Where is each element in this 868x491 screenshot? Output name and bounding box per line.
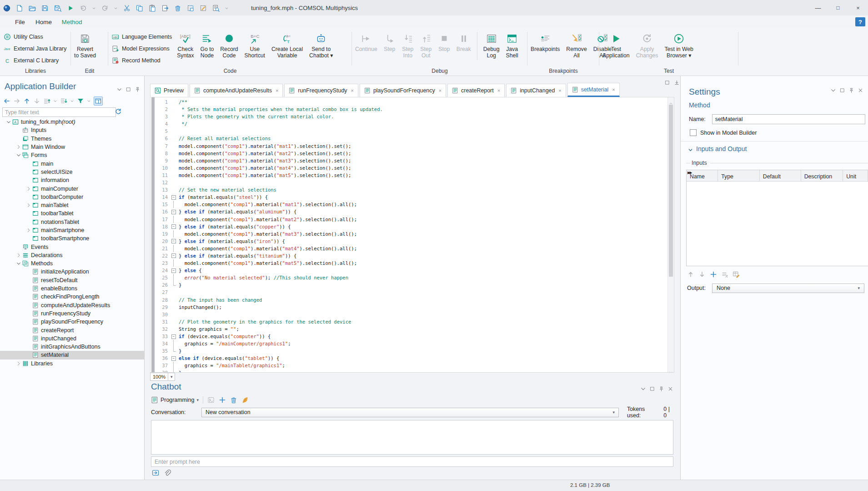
tree-item-setmaterial[interactable]: setMaterial xyxy=(0,351,144,359)
close-icon[interactable]: × xyxy=(439,88,442,93)
ribbon-item-record-method[interactable]: Record Method xyxy=(112,56,172,65)
minimize-button[interactable]: — xyxy=(808,0,828,15)
tree-item-selectuisize[interactable]: selectUISize xyxy=(0,168,144,176)
column-header-name[interactable]: Name xyxy=(687,170,718,181)
comsol-logo-button[interactable] xyxy=(3,4,10,12)
chevron-right-icon[interactable] xyxy=(26,186,31,192)
menu-tab-home[interactable]: Home xyxy=(31,15,56,28)
float-panel-button[interactable] xyxy=(839,87,845,93)
cut-button[interactable] xyxy=(123,4,130,12)
undo-button[interactable] xyxy=(79,4,87,12)
inputs-and-output-section-header[interactable]: Inputs and Output xyxy=(688,145,747,152)
tree-item-checkfindpronglength[interactable]: checkFindProngLength xyxy=(0,293,144,301)
ribbon-button-use-shortcut[interactable]: B+CUseShortcut xyxy=(241,28,268,66)
select-frame-button[interactable] xyxy=(186,4,194,12)
tree-item-runfrequencystudy[interactable]: runFrequencyStudy xyxy=(0,309,144,318)
fold-icon[interactable] xyxy=(171,239,176,243)
tree-item-events[interactable]: Events xyxy=(0,243,144,251)
chevron-down-icon[interactable] xyxy=(70,97,74,105)
tree-item-toolbarsmartphone[interactable]: toolbarSmartphone xyxy=(0,234,144,243)
send-button[interactable] xyxy=(152,469,159,476)
redo-button[interactable] xyxy=(101,4,109,12)
chatbot-mode-dropdown[interactable]: Programming ▾ xyxy=(151,396,199,404)
scroll-down-arrow[interactable] xyxy=(669,368,672,371)
chevron-right-icon[interactable] xyxy=(26,202,31,208)
close-icon[interactable]: × xyxy=(612,87,615,92)
conversation-select[interactable]: New conversation ▾ xyxy=(201,408,619,417)
tree-item-createreport[interactable]: createReport xyxy=(0,326,144,334)
column-header-description[interactable]: Description xyxy=(801,170,843,181)
ribbon-button-revert-to-saved[interactable]: Revertto Saved xyxy=(71,28,99,66)
quill-button[interactable] xyxy=(241,396,249,404)
add-blue-button[interactable] xyxy=(219,396,226,404)
column-header-default[interactable]: Default xyxy=(760,170,801,181)
ribbon-button-create-local-variable[interactable]: a=TCreate LocalVariable xyxy=(268,28,306,66)
tree-item-methods[interactable]: Methods xyxy=(0,259,144,268)
ribbon-button-go-to-node[interactable]: Go toNode xyxy=(197,28,217,66)
editor-zoom-control[interactable]: 100% ▾ xyxy=(150,373,175,381)
pin-panel-button[interactable] xyxy=(848,87,854,93)
ribbon-item-utility-class[interactable]: Utility Class xyxy=(4,32,66,41)
tab-setmaterial[interactable]: setMaterial× xyxy=(567,83,620,97)
tree-item-maincomputer[interactable]: mainComputer xyxy=(0,184,144,192)
chevron-right-icon[interactable] xyxy=(16,361,21,366)
pin-panel-button[interactable] xyxy=(658,385,664,391)
help-button[interactable]: ? xyxy=(855,17,865,26)
close-panel-button[interactable] xyxy=(858,87,863,93)
fold-icon[interactable] xyxy=(171,210,176,214)
run-button[interactable] xyxy=(66,4,74,12)
maximize-button[interactable]: □ xyxy=(828,0,848,15)
tree-item-tuning-fork-mph[interactable]: Atuning_fork.mph (root) xyxy=(0,118,144,126)
tab-runfrequencystudy[interactable]: runFrequencyStudy× xyxy=(284,84,358,97)
save-find-button[interactable] xyxy=(54,4,61,12)
tree-item-enablebuttons[interactable]: enableButtons xyxy=(0,284,144,293)
tree-filter-input[interactable] xyxy=(2,107,116,117)
menu-tab-file[interactable]: File xyxy=(10,15,30,28)
ribbon-button-java-shell[interactable]: JavaShell xyxy=(503,28,522,66)
scroll-up-arrow[interactable] xyxy=(669,99,672,102)
column-header-unit[interactable]: Unit xyxy=(843,170,868,181)
tree-item-main[interactable]: main xyxy=(0,159,144,167)
paste-alt-button[interactable] xyxy=(161,4,169,12)
close-panel-button[interactable] xyxy=(667,385,673,391)
chevron-down-icon[interactable] xyxy=(53,97,57,105)
add-input-button[interactable] xyxy=(710,271,717,278)
tab-preview[interactable]: Preview xyxy=(150,84,188,97)
close-icon[interactable]: × xyxy=(497,88,500,93)
chevron-down-icon[interactable] xyxy=(16,261,21,266)
ribbon-item-external-java-library[interactable]: JavaExternal Java Library xyxy=(4,44,66,53)
tree-item-themes[interactable]: Themes xyxy=(0,135,144,143)
float-panel-button[interactable] xyxy=(649,385,655,391)
back-button[interactable] xyxy=(3,97,10,105)
ribbon-button-test-in-web-browser[interactable]: Test in WebBrowser ▾ xyxy=(661,28,696,66)
editor-vertical-scrollbar[interactable] xyxy=(667,97,674,372)
chevron-down-icon[interactable] xyxy=(16,152,21,158)
save-button[interactable] xyxy=(41,4,49,12)
checkbox[interactable] xyxy=(690,129,697,136)
minimize-editor-button[interactable] xyxy=(674,78,680,86)
code-editor[interactable]: 1/**2 * Sets the material properties whe… xyxy=(150,97,674,373)
tree-item-resettodefault[interactable]: resetToDefault xyxy=(0,276,144,284)
scrollbar-thumb[interactable] xyxy=(669,105,673,277)
close-icon[interactable]: × xyxy=(558,88,561,93)
tree-item-initgraphicsandbuttons[interactable]: initGraphicsAndButtons xyxy=(0,343,144,351)
tab-createreport[interactable]: createReport× xyxy=(447,84,505,97)
open-file-button[interactable] xyxy=(28,4,36,12)
menu-tab-method[interactable]: Method xyxy=(57,15,86,30)
tree-item-inputchanged[interactable]: inputChanged xyxy=(0,334,144,343)
ribbon-button-send-to-chatbot[interactable]: Send toChatbot ▾ xyxy=(306,28,336,66)
close-icon[interactable]: × xyxy=(276,88,278,93)
forward-button[interactable] xyxy=(13,97,20,105)
ribbon-button-record-code[interactable]: RecordCode xyxy=(217,28,241,66)
fold-icon[interactable] xyxy=(171,268,176,273)
tree-item-maintablet[interactable]: mainTablet xyxy=(0,201,144,209)
move-down-button[interactable] xyxy=(60,97,67,105)
chat-prompt-input[interactable] xyxy=(151,456,673,467)
fold-icon[interactable] xyxy=(171,334,176,339)
fold-icon[interactable] xyxy=(171,195,176,200)
move-up-button[interactable] xyxy=(43,97,50,105)
ribbon-button-debug-log[interactable]: DebugLog xyxy=(480,28,503,66)
find-button[interactable] xyxy=(212,4,220,12)
fold-icon[interactable] xyxy=(171,224,176,229)
tree-item-inputs[interactable]: Inputs xyxy=(0,126,144,134)
